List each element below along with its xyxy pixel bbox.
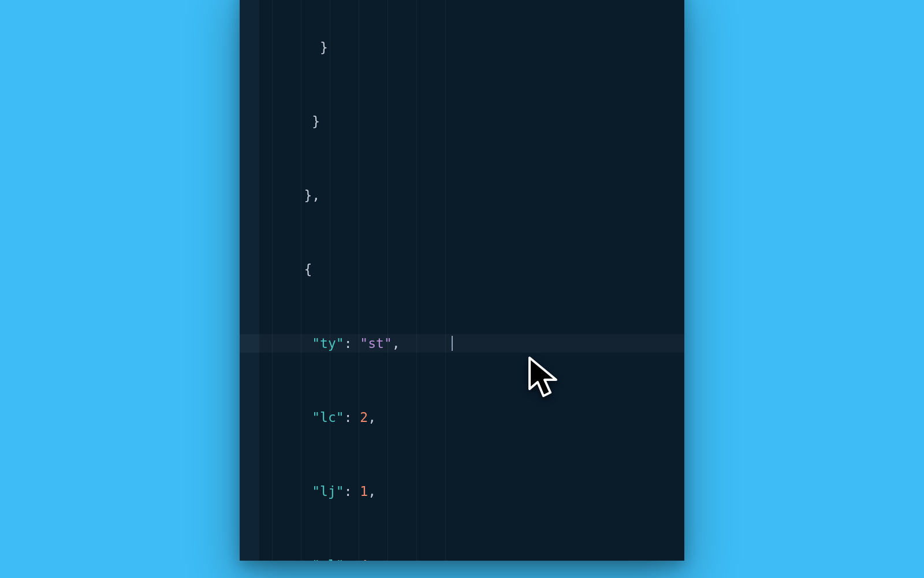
json-value-4: 4 [360,558,368,561]
comma: , [368,410,376,425]
brace-open: { [304,262,312,277]
indent [272,114,312,129]
code-line[interactable]: }, [240,186,684,205]
json-key-ml: "ml" [312,558,344,561]
app-stage: } } }, { "ty": "st", "lc": 2, "lj": 1, "… [0,0,924,578]
code-editor[interactable]: } } }, { "ty": "st", "lc": 2, "lj": 1, "… [240,0,684,561]
comma: , [392,336,400,351]
code-line[interactable]: { [240,260,684,279]
json-key-lc: "lc" [312,410,344,425]
code-line[interactable]: } [240,38,684,57]
colon: : [344,336,360,351]
indent [272,484,312,499]
indent [272,40,320,55]
mouse-cursor-icon [526,355,567,402]
brace-close: } [320,40,328,55]
comma: , [368,558,376,561]
json-value-st: "st" [360,336,392,351]
code-line[interactable]: "lj": 1, [240,482,684,501]
indent [272,410,312,425]
json-value-1: 1 [360,484,368,499]
code-line[interactable]: "lc": 2, [240,408,684,427]
json-key-lj: "lj" [312,484,344,499]
colon: : [344,558,360,561]
code-line[interactable]: } [240,112,684,131]
indent [272,188,304,203]
brace-close-comma: }, [304,188,320,203]
code-area[interactable]: } } }, { "ty": "st", "lc": 2, "lj": 1, "… [240,0,684,561]
indent [272,336,312,351]
code-line[interactable]: "ml": 4, [240,556,684,561]
json-value-2: 2 [360,410,368,425]
brace-close: } [312,114,320,129]
indent [272,558,312,561]
indent [272,262,304,277]
comma: , [368,484,376,499]
colon: : [344,484,360,499]
colon: : [344,410,360,425]
json-key-ty: "ty" [312,336,344,351]
code-line[interactable]: "ty": "st", [240,334,684,353]
